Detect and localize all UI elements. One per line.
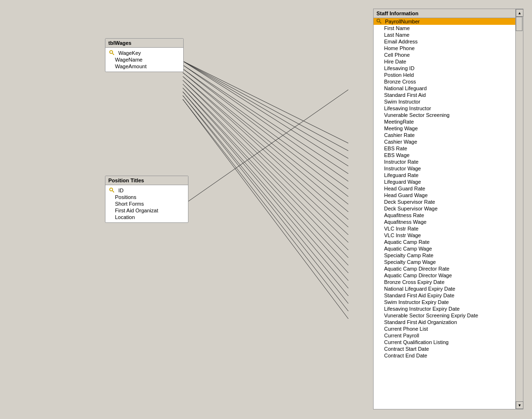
list-item[interactable]: Instructor Rate	[374, 158, 523, 165]
table-row: Short Forms	[105, 200, 188, 207]
list-item[interactable]: Aquatic Camp Wage	[374, 245, 523, 252]
list-item[interactable]: Last Name	[374, 31, 523, 38]
list-item[interactable]: Specialty Camp Wage	[374, 259, 523, 265]
svg-point-25	[110, 51, 113, 53]
list-item[interactable]: Standard First Aid Organization	[374, 319, 523, 325]
tblwages-title: tblWages	[108, 40, 132, 46]
svg-line-9	[183, 73, 348, 212]
table-row: Positions	[105, 194, 188, 200]
list-item[interactable]: Lifesaving Instructor	[374, 105, 523, 112]
list-item[interactable]: MeetingRate	[374, 118, 523, 125]
position-titles-table: Position Titles ID Positions Short Forms	[105, 176, 188, 223]
list-item[interactable]: Aquafitness Wage	[374, 219, 523, 225]
list-item[interactable]: Lifeguard Rate	[374, 172, 523, 178]
svg-line-17	[183, 88, 348, 273]
svg-point-31	[377, 19, 380, 22]
list-item[interactable]: Standard First Aid Expiry Date	[374, 292, 523, 299]
svg-line-23	[183, 99, 348, 319]
svg-line-7	[183, 69, 348, 197]
svg-line-8	[183, 73, 348, 204]
svg-line-5	[183, 65, 348, 181]
list-item[interactable]: Bronze Cross	[374, 78, 523, 85]
list-item[interactable]: Swim Instructor	[374, 98, 523, 105]
list-item[interactable]: National Lifeguard	[374, 85, 523, 92]
tblwages-header: tblWages	[105, 39, 183, 48]
tblwages-body: WageKey WageName WageAmount	[105, 48, 183, 72]
list-item[interactable]: National Lifeguard Expiry Date	[374, 285, 523, 292]
list-item[interactable]: Bronze Cross Expiry Date	[374, 279, 523, 285]
svg-line-13	[183, 80, 348, 242]
svg-line-19	[183, 92, 348, 288]
list-item[interactable]: EBS Wage	[374, 152, 523, 158]
svg-line-24	[183, 90, 348, 205]
list-item[interactable]: Vunerable Sector Screening	[374, 112, 523, 118]
list-item[interactable]: Email Address	[374, 38, 523, 45]
svg-line-12	[183, 80, 348, 235]
list-item[interactable]: Hire Date	[374, 58, 523, 65]
list-item[interactable]: Head Guard Rate	[374, 185, 523, 192]
staff-list-inner: PayrollNumber First NameLast NameEmail A…	[374, 18, 523, 359]
list-item[interactable]: Contract End Date	[374, 352, 523, 359]
svg-line-1	[183, 61, 348, 151]
svg-line-3	[183, 61, 348, 166]
list-item[interactable]: Aquafitness Rate	[374, 212, 523, 219]
list-item[interactable]: Postion Held	[374, 72, 523, 78]
list-item[interactable]: VLC Instr Wage	[374, 232, 523, 239]
table-row: WageAmount	[105, 63, 183, 70]
svg-line-6	[183, 69, 348, 189]
svg-line-0	[183, 61, 348, 143]
svg-line-14	[183, 84, 348, 250]
table-row: Location	[105, 214, 188, 220]
svg-line-20	[183, 95, 348, 296]
svg-line-11	[183, 76, 348, 227]
scrollbar-thumb[interactable]	[516, 18, 522, 31]
list-item[interactable]: Current Qualification Listing	[374, 339, 523, 346]
list-item[interactable]: Lifesaving ID	[374, 65, 523, 72]
list-item[interactable]: Head Guard Wage	[374, 192, 523, 199]
scrollbar-thumb-area	[516, 18, 523, 401]
svg-line-22	[183, 99, 348, 311]
svg-point-28	[110, 188, 113, 191]
list-item[interactable]: Aquatic Camp Rate	[374, 239, 523, 245]
list-item[interactable]: Deck Supervisor Rate	[374, 199, 523, 205]
list-item[interactable]: Current Phone List	[374, 325, 523, 332]
svg-line-15	[183, 84, 348, 258]
list-item[interactable]: Specialty Camp Rate	[374, 252, 523, 259]
list-item[interactable]: Home Phone	[374, 45, 523, 52]
canvas: tblWages WageKey WageName WageAmount	[0, 0, 532, 419]
list-item[interactable]: Standard First Aid	[374, 92, 523, 98]
list-item[interactable]: Deck Supervisor Wage	[374, 205, 523, 212]
list-item[interactable]: Current Payroll	[374, 332, 523, 339]
list-item[interactable]: Lifesaving Instructor Expiry Date	[374, 305, 523, 312]
list-item[interactable]: Cell Phone	[374, 52, 523, 58]
list-item[interactable]: Meeting Wage	[374, 125, 523, 132]
list-item[interactable]: VLC Instr Rate	[374, 225, 523, 232]
key-icon	[376, 19, 382, 24]
list-item[interactable]: Cashier Wage	[374, 138, 523, 145]
table-row: WageName	[105, 56, 183, 63]
scroll-down-button[interactable]: ▼	[516, 401, 523, 409]
list-item[interactable]: PayrollNumber	[374, 18, 523, 25]
list-item[interactable]: Swim Instructor Expiry Date	[374, 299, 523, 305]
list-item[interactable]: Lifeguard Wage	[374, 178, 523, 185]
list-item[interactable]: Vunerable Sector Screening Expriy Date	[374, 312, 523, 319]
list-item[interactable]: Contract Start Date	[374, 346, 523, 352]
tblwages-table: tblWages WageKey WageName WageAmount	[105, 38, 184, 72]
list-item[interactable]: EBS Rate	[374, 145, 523, 152]
list-item[interactable]: Instructor Wage	[374, 165, 523, 172]
scrollbar[interactable]: ▲ ▼	[515, 18, 523, 409]
list-item[interactable]: Aquatic Camp Director Rate	[374, 265, 523, 272]
svg-line-21	[183, 95, 348, 304]
staff-information-panel: Staff Information PayrollNumber	[373, 9, 523, 409]
list-item[interactable]: Cashier Rate	[374, 132, 523, 138]
svg-line-10	[183, 76, 348, 220]
list-item[interactable]: First Name	[374, 25, 523, 31]
svg-line-2	[183, 61, 348, 158]
staff-field-list[interactable]: PayrollNumber First NameLast NameEmail A…	[374, 18, 523, 409]
table-row: ID	[105, 187, 188, 194]
table-row: WageKey	[105, 50, 183, 56]
key-icon	[109, 188, 115, 193]
key-icon	[109, 50, 115, 56]
staff-information-header: Staff Information	[374, 9, 523, 18]
list-item[interactable]: Aquatic Camp Director Wage	[374, 272, 523, 279]
